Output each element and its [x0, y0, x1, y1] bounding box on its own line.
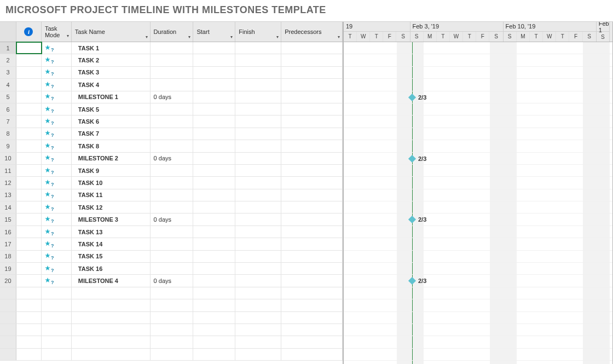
table-row[interactable]: 8 ? TASK 7	[0, 128, 343, 140]
cell-predecessors[interactable]	[281, 299, 343, 311]
row-number[interactable]: 8	[0, 128, 16, 140]
gantt-row[interactable]	[344, 79, 612, 91]
cell-task-mode[interactable]: ?	[42, 128, 72, 140]
milestone-marker[interactable]: 2/3	[409, 94, 426, 101]
cell-start[interactable]	[193, 128, 235, 140]
gantt-row[interactable]	[344, 201, 612, 213]
cell-info[interactable]	[16, 349, 42, 360]
cell-info[interactable]	[16, 275, 42, 286]
gantt-row[interactable]	[344, 67, 612, 79]
gantt-row[interactable]	[344, 115, 612, 128]
cell-info[interactable]	[16, 165, 42, 176]
cell-duration[interactable]	[151, 263, 194, 274]
cell-finish[interactable]	[235, 201, 281, 213]
cell-info[interactable]	[16, 201, 42, 213]
cell-info[interactable]	[16, 79, 42, 90]
cell-task-name[interactable]: TASK 12	[72, 201, 151, 213]
cell-duration[interactable]	[151, 336, 194, 348]
cell-start[interactable]	[193, 79, 235, 90]
table-row[interactable]: 18 ? TASK 15	[0, 251, 343, 263]
cell-task-name[interactable]: TASK 2	[72, 54, 151, 66]
cell-duration[interactable]	[151, 165, 194, 176]
cell-finish[interactable]	[235, 79, 281, 90]
row-number[interactable]	[0, 312, 16, 323]
table-row[interactable]: 7 ? TASK 6	[0, 115, 343, 128]
cell-task-mode[interactable]: ?	[42, 177, 72, 188]
header-info[interactable]: i	[16, 22, 42, 42]
row-number[interactable]: 4	[0, 79, 16, 90]
cell-predecessors[interactable]	[281, 103, 343, 115]
row-number[interactable]: 7	[0, 115, 16, 127]
cell-start[interactable]	[193, 324, 235, 336]
cell-predecessors[interactable]	[281, 165, 343, 176]
cell-start[interactable]	[193, 238, 235, 250]
table-row[interactable]: 13 ? TASK 11	[0, 189, 343, 201]
cell-task-name[interactable]: TASK 8	[72, 140, 151, 152]
header-rownum[interactable]	[0, 22, 16, 42]
cell-task-mode[interactable]	[42, 312, 72, 323]
cell-duration[interactable]	[151, 287, 194, 299]
cell-task-name[interactable]	[72, 324, 151, 336]
cell-predecessors[interactable]	[281, 287, 343, 299]
dropdown-icon[interactable]: ▾	[188, 34, 190, 39]
cell-start[interactable]	[193, 213, 235, 225]
header-start[interactable]: Start ▾	[193, 22, 235, 42]
cell-start[interactable]	[193, 140, 235, 152]
cell-task-mode[interactable]	[42, 324, 72, 336]
table-row[interactable]: 2 ? TASK 2	[0, 54, 343, 66]
cell-info[interactable]	[16, 263, 42, 274]
cell-info[interactable]	[16, 128, 42, 140]
cell-start[interactable]	[193, 201, 235, 213]
table-row[interactable]	[0, 324, 343, 336]
cell-task-mode[interactable]: ?	[42, 275, 72, 286]
cell-info[interactable]	[16, 238, 42, 250]
cell-start[interactable]	[193, 263, 235, 274]
cell-duration[interactable]	[151, 226, 194, 238]
cell-start[interactable]	[193, 312, 235, 323]
cell-finish[interactable]	[235, 165, 281, 176]
cell-task-mode[interactable]: ?	[42, 67, 72, 78]
cell-predecessors[interactable]	[281, 238, 343, 250]
cell-predecessors[interactable]	[281, 140, 343, 152]
cell-start[interactable]	[193, 177, 235, 188]
cell-info[interactable]	[16, 226, 42, 238]
cell-predecessors[interactable]	[281, 153, 343, 164]
cell-finish[interactable]	[235, 349, 281, 360]
cell-finish[interactable]	[235, 287, 281, 299]
row-number[interactable]: 18	[0, 251, 16, 262]
cell-predecessors[interactable]	[281, 91, 343, 103]
row-number[interactable]	[0, 349, 16, 360]
cell-task-mode[interactable]: ?	[42, 42, 72, 54]
cell-duration[interactable]	[151, 238, 194, 250]
cell-finish[interactable]	[235, 67, 281, 78]
table-row[interactable]: 9 ? TASK 8	[0, 140, 343, 152]
cell-start[interactable]	[193, 103, 235, 115]
cell-info[interactable]	[16, 153, 42, 164]
cell-predecessors[interactable]	[281, 213, 343, 225]
gantt-row[interactable]	[344, 226, 612, 238]
gantt-row[interactable]	[344, 189, 612, 201]
row-number[interactable]: 6	[0, 103, 16, 115]
gantt-row[interactable]	[344, 336, 612, 348]
cell-start[interactable]	[193, 54, 235, 66]
cell-finish[interactable]	[235, 128, 281, 140]
cell-predecessors[interactable]	[281, 128, 343, 140]
cell-duration[interactable]	[151, 251, 194, 262]
cell-info[interactable]	[16, 251, 42, 262]
cell-finish[interactable]	[235, 226, 281, 238]
cell-task-name[interactable]: TASK 16	[72, 263, 151, 274]
cell-task-mode[interactable]: ?	[42, 54, 72, 66]
cell-info[interactable]	[16, 213, 42, 225]
cell-start[interactable]	[193, 115, 235, 127]
cell-task-name[interactable]: TASK 14	[72, 238, 151, 250]
cell-predecessors[interactable]	[281, 251, 343, 262]
milestone-marker[interactable]: 2/3	[409, 278, 426, 284]
table-row[interactable]	[0, 287, 343, 299]
cell-info[interactable]	[16, 312, 42, 323]
cell-predecessors[interactable]	[281, 275, 343, 286]
table-row[interactable]: 15 ? MILESTONE 30 days	[0, 213, 343, 226]
cell-task-name[interactable]	[72, 287, 151, 299]
table-row[interactable]: 11 ? TASK 9	[0, 165, 343, 177]
cell-duration[interactable]: 0 days	[151, 213, 194, 225]
gantt-row[interactable]	[344, 140, 612, 152]
